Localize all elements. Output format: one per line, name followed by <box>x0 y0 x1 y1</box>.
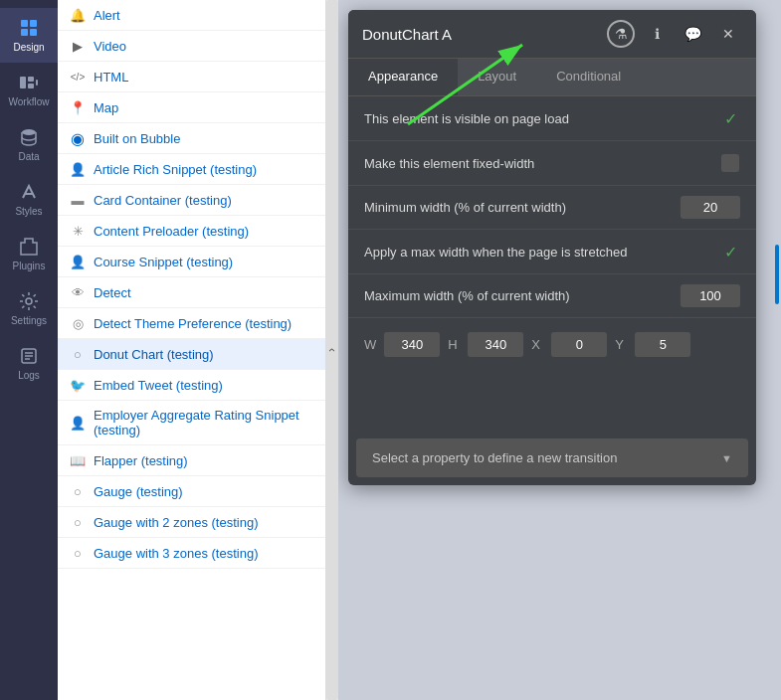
tab-layout[interactable]: Layout <box>458 59 536 95</box>
min-width-input[interactable] <box>681 196 740 219</box>
panel-header: DonutChart A ⚗ ℹ 💬 ✕ <box>348 10 756 59</box>
sidebar-label-design: Design <box>13 42 44 53</box>
sidebar-item-data[interactable]: Data <box>0 117 58 172</box>
sidebar-item-styles[interactable]: Styles <box>0 172 58 227</box>
plugins-icon <box>19 237 39 257</box>
svg-rect-5 <box>28 77 34 82</box>
min-width-row: Minimum width (% of current width) <box>348 186 756 230</box>
checkbox-off-icon <box>721 154 739 172</box>
panel-title: DonutChart A <box>362 26 452 43</box>
list-item[interactable]: ✳ Content Preloader (testing) <box>58 216 325 247</box>
apply-max-width-row: Apply a max width when the page is stret… <box>348 230 756 274</box>
panel-header-icons: ⚗ ℹ 💬 ✕ <box>607 20 742 48</box>
list-item[interactable]: ◉ Built on Bubble <box>58 123 325 154</box>
tab-conditional[interactable]: Conditional <box>536 59 641 95</box>
list-item[interactable]: </> HTML <box>58 62 325 92</box>
visible-on-load-check[interactable]: ✓ <box>720 108 740 128</box>
sidebar-item-settings[interactable]: Settings <box>0 281 58 336</box>
donut-icon: ○ <box>70 346 86 362</box>
sidebar-label-plugins: Plugins <box>13 261 46 271</box>
sidebar-item-design[interactable]: Design <box>0 8 58 63</box>
list-item[interactable]: ▬ Card Container (testing) <box>58 185 325 216</box>
main-canvas: DonutChart A ⚗ ℹ 💬 ✕ Appearance <box>338 0 781 700</box>
tweet-icon: 🐦 <box>70 377 86 393</box>
transition-placeholder: Select a property to define a new transi… <box>372 450 617 465</box>
tab-appearance[interactable]: Appearance <box>348 59 458 95</box>
info-button[interactable]: ℹ <box>643 20 671 48</box>
svg-rect-1 <box>30 20 37 27</box>
html-icon: </> <box>70 69 86 85</box>
flapper-icon: 📖 <box>70 452 86 468</box>
preloader-icon: ✳ <box>70 223 86 239</box>
bubble-icon: ◉ <box>70 130 86 146</box>
list-item[interactable]: ▶ Video <box>58 31 325 62</box>
sidebar-item-workflow[interactable]: Workflow <box>0 63 58 117</box>
height-input[interactable] <box>468 332 523 357</box>
max-width-input[interactable] <box>681 284 740 307</box>
styles-icon <box>19 182 39 202</box>
fixed-width-check[interactable] <box>720 153 740 173</box>
employer-icon: 👤 <box>70 415 86 431</box>
sidebar-label-styles: Styles <box>15 206 42 217</box>
chat-button[interactable]: 💬 <box>679 20 706 48</box>
svg-point-8 <box>22 129 36 135</box>
scroll-indicator <box>775 245 779 304</box>
dimensions-row: W H X Y <box>348 318 756 371</box>
flask-button[interactable]: ⚗ <box>607 20 635 48</box>
list-item[interactable]: ○ Gauge with 3 zones (testing) <box>58 538 325 569</box>
sidebar: Design Workflow Data Styles Plugins <box>0 0 58 700</box>
data-icon <box>19 127 39 147</box>
max-width-row: Maximum width (% of current width) <box>348 274 756 318</box>
list-item[interactable]: 📍 Map <box>58 92 325 123</box>
user-icon: 👤 <box>70 161 86 177</box>
list-item[interactable]: 👤 Article Rich Snippet (testing) <box>58 154 325 185</box>
sidebar-label-logs: Logs <box>18 370 40 381</box>
list-item[interactable]: 🐦 Embed Tweet (testing) <box>58 370 325 401</box>
list-item[interactable]: ○ Donut Chart (testing) <box>58 339 325 370</box>
svg-rect-2 <box>21 29 28 36</box>
list-item[interactable]: 👤 Employer Aggregate Rating Snippet (tes… <box>58 401 325 445</box>
close-icon: ✕ <box>722 26 734 42</box>
width-input[interactable] <box>384 332 440 357</box>
apply-max-width-label: Apply a max width when the page is stret… <box>364 245 720 260</box>
sidebar-label-settings: Settings <box>11 315 47 326</box>
gauge3-icon: ○ <box>70 545 86 561</box>
svg-rect-3 <box>30 29 37 36</box>
max-width-label: Maximum width (% of current width) <box>364 288 681 303</box>
course-icon: 👤 <box>70 254 86 269</box>
list-item[interactable]: 👁 Detect <box>58 277 325 308</box>
checkmark-icon: ✓ <box>724 243 737 262</box>
list-item[interactable]: ◎ Detect Theme Preference (testing) <box>58 308 325 339</box>
detect-icon: 👁 <box>70 284 86 300</box>
apply-max-width-check[interactable]: ✓ <box>720 242 740 262</box>
transition-select[interactable]: Select a property to define a new transi… <box>356 438 748 477</box>
close-button[interactable]: ✕ <box>714 20 742 48</box>
svg-point-9 <box>26 298 32 304</box>
list-item[interactable]: 👤 Course Snippet (testing) <box>58 247 325 277</box>
svg-rect-4 <box>20 77 26 88</box>
sidebar-item-logs[interactable]: Logs <box>0 336 58 391</box>
sidebar-item-plugins[interactable]: Plugins <box>0 227 58 281</box>
list-item[interactable]: ○ Gauge with 2 zones (testing) <box>58 507 325 538</box>
card-icon: ▬ <box>70 192 86 208</box>
list-item[interactable]: 🔔 Alert <box>58 0 325 31</box>
settings-icon <box>19 291 39 311</box>
y-label: Y <box>615 337 627 352</box>
collapse-panel-button[interactable]: ‹ <box>326 0 338 700</box>
w-label: W <box>364 337 376 352</box>
info-icon: ℹ <box>655 26 660 42</box>
logs-icon <box>19 346 39 366</box>
min-width-label: Minimum width (% of current width) <box>364 200 681 215</box>
plugin-list: 🔔 Alert ▶ Video </> HTML 📍 Map ◉ Built o… <box>58 0 326 700</box>
alert-icon: 🔔 <box>70 7 86 23</box>
svg-rect-6 <box>28 84 34 88</box>
design-icon <box>19 18 39 38</box>
y-input[interactable] <box>635 332 690 357</box>
dropdown-arrow-icon: ▼ <box>721 452 732 464</box>
workflow-icon <box>19 73 39 92</box>
list-item[interactable]: ○ Gauge (testing) <box>58 476 325 507</box>
list-item[interactable]: 📖 Flapper (testing) <box>58 445 325 476</box>
x-label: X <box>531 337 543 352</box>
x-input[interactable] <box>551 332 607 357</box>
fixed-width-label: Make this element fixed-width <box>364 156 720 171</box>
